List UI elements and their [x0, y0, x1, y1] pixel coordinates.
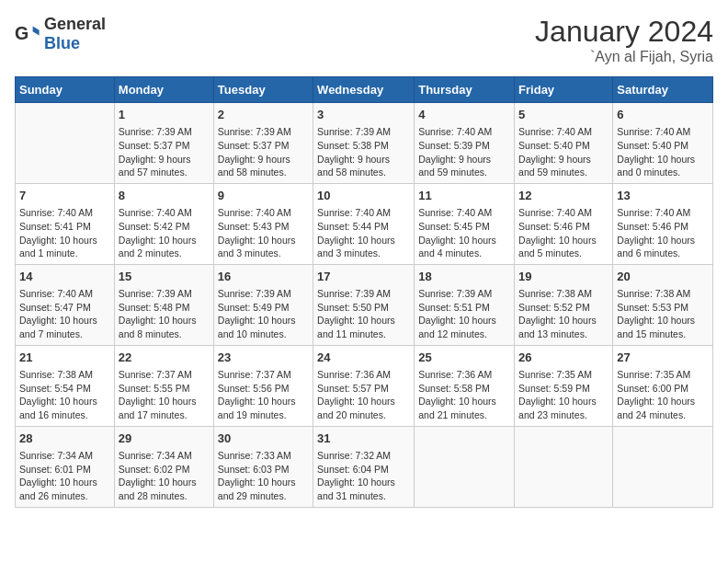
day-info: Sunset: 5:38 PM: [317, 139, 410, 153]
title-block: January 2024 `Ayn al Fijah, Syria: [535, 15, 713, 65]
day-info: Sunrise: 7:40 AM: [418, 125, 510, 139]
logo-general: General: [44, 15, 106, 33]
day-number: 24: [317, 350, 410, 366]
day-info: Sunset: 5:47 PM: [19, 301, 110, 315]
day-number: 2: [218, 107, 309, 123]
day-info: Daylight: 10 hours: [119, 395, 210, 408]
day-info: and 17 minutes.: [119, 408, 210, 422]
day-info: Daylight: 10 hours: [617, 314, 709, 327]
calendar-cell: [16, 103, 115, 184]
day-number: 27: [617, 350, 709, 366]
day-info: Sunrise: 7:40 AM: [518, 206, 609, 220]
day-info: and 59 minutes.: [518, 166, 609, 179]
day-info: Sunrise: 7:40 AM: [518, 125, 609, 139]
day-info: Sunset: 5:44 PM: [317, 220, 410, 234]
day-info: Sunset: 5:46 PM: [617, 220, 709, 234]
calendar-subtitle: `Ayn al Fijah, Syria: [535, 49, 713, 65]
day-number: 14: [19, 269, 110, 285]
calendar-week-row: 21Sunrise: 7:38 AMSunset: 5:54 PMDayligh…: [16, 345, 713, 426]
day-info: Sunrise: 7:40 AM: [617, 125, 709, 139]
day-info: Sunrise: 7:38 AM: [518, 287, 609, 301]
calendar-cell: 5Sunrise: 7:40 AMSunset: 5:40 PMDaylight…: [515, 103, 613, 184]
day-info: Sunset: 5:56 PM: [218, 382, 309, 396]
day-info: Sunrise: 7:40 AM: [19, 206, 110, 220]
day-info: Sunset: 6:02 PM: [119, 463, 210, 477]
calendar-cell: 3Sunrise: 7:39 AMSunset: 5:38 PMDaylight…: [313, 103, 415, 184]
day-number: 10: [317, 188, 410, 204]
day-info: and 28 minutes.: [119, 489, 210, 503]
day-info: and 10 minutes.: [218, 327, 309, 341]
day-info: Sunrise: 7:36 AM: [317, 368, 410, 382]
day-info: and 26 minutes.: [19, 489, 110, 503]
day-info: and 12 minutes.: [418, 327, 510, 341]
day-info: Sunset: 6:04 PM: [317, 463, 410, 477]
day-info: and 31 minutes.: [317, 489, 410, 503]
day-info: Sunset: 5:45 PM: [418, 220, 510, 234]
day-info: Sunrise: 7:40 AM: [418, 206, 510, 220]
day-info: and 1 minute.: [19, 247, 110, 260]
calendar-cell: 11Sunrise: 7:40 AMSunset: 5:45 PMDayligh…: [415, 183, 515, 264]
day-info: and 3 minutes.: [218, 247, 309, 260]
calendar-cell: 23Sunrise: 7:37 AMSunset: 5:56 PMDayligh…: [213, 345, 313, 426]
calendar-cell: [415, 426, 515, 507]
day-info: Sunrise: 7:39 AM: [218, 125, 309, 139]
calendar-cell: 29Sunrise: 7:34 AMSunset: 6:02 PMDayligh…: [114, 426, 213, 507]
day-info: Sunset: 5:57 PM: [317, 382, 410, 396]
day-number: 1: [119, 107, 210, 123]
day-info: and 7 minutes.: [19, 327, 110, 341]
calendar-week-row: 7Sunrise: 7:40 AMSunset: 5:41 PMDaylight…: [16, 183, 713, 264]
day-info: and 59 minutes.: [418, 166, 510, 179]
day-info: Daylight: 10 hours: [218, 395, 309, 408]
col-wednesday: Wednesday: [313, 77, 415, 103]
day-number: 9: [218, 188, 309, 204]
day-info: and 3 minutes.: [317, 247, 410, 260]
day-info: Sunrise: 7:35 AM: [518, 368, 609, 382]
calendar-cell: 31Sunrise: 7:32 AMSunset: 6:04 PMDayligh…: [313, 426, 415, 507]
calendar-cell: 14Sunrise: 7:40 AMSunset: 5:47 PMDayligh…: [16, 264, 115, 345]
day-info: Daylight: 10 hours: [317, 476, 410, 489]
calendar-cell: 22Sunrise: 7:37 AMSunset: 5:55 PMDayligh…: [114, 345, 213, 426]
day-info: Sunrise: 7:40 AM: [617, 206, 709, 220]
day-info: Daylight: 9 hours: [317, 153, 410, 167]
day-info: and 2 minutes.: [119, 247, 210, 260]
calendar-cell: [515, 426, 613, 507]
day-info: and 13 minutes.: [518, 327, 609, 341]
day-info: Daylight: 10 hours: [119, 476, 210, 489]
day-info: Sunrise: 7:40 AM: [19, 287, 110, 301]
day-number: 11: [418, 188, 510, 204]
col-thursday: Thursday: [415, 77, 515, 103]
day-info: and 19 minutes.: [218, 408, 309, 422]
day-info: Sunrise: 7:35 AM: [617, 368, 709, 382]
day-info: and 57 minutes.: [119, 166, 210, 179]
day-info: Daylight: 10 hours: [617, 234, 709, 247]
day-info: Sunset: 5:41 PM: [19, 220, 110, 234]
day-info: Daylight: 10 hours: [617, 153, 709, 167]
day-info: and 21 minutes.: [418, 408, 510, 422]
day-number: 8: [119, 188, 210, 204]
col-sunday: Sunday: [16, 77, 115, 103]
day-info: Sunset: 5:59 PM: [518, 382, 609, 396]
calendar-cell: 4Sunrise: 7:40 AMSunset: 5:39 PMDaylight…: [415, 103, 515, 184]
day-info: Daylight: 9 hours: [518, 153, 609, 167]
day-info: Sunset: 6:00 PM: [617, 382, 709, 396]
page-header: G General Blue January 2024 `Ayn al Fija…: [15, 15, 713, 65]
calendar-cell: 6Sunrise: 7:40 AMSunset: 5:40 PMDaylight…: [613, 103, 713, 184]
calendar-cell: 17Sunrise: 7:39 AMSunset: 5:50 PMDayligh…: [313, 264, 415, 345]
calendar-title: January 2024: [535, 15, 713, 49]
day-number: 13: [617, 188, 709, 204]
day-info: Sunrise: 7:39 AM: [418, 287, 510, 301]
day-number: 16: [218, 269, 309, 285]
logo-icon: G: [15, 21, 40, 47]
day-number: 25: [418, 350, 510, 366]
day-info: Daylight: 10 hours: [518, 234, 609, 247]
day-info: Sunrise: 7:40 AM: [317, 206, 410, 220]
calendar-cell: 8Sunrise: 7:40 AMSunset: 5:42 PMDaylight…: [114, 183, 213, 264]
calendar-cell: 10Sunrise: 7:40 AMSunset: 5:44 PMDayligh…: [313, 183, 415, 264]
day-info: Sunset: 5:39 PM: [418, 139, 510, 153]
logo: G General Blue: [15, 15, 106, 53]
day-number: 30: [218, 431, 309, 447]
day-number: 17: [317, 269, 410, 285]
svg-marker-1: [33, 27, 40, 36]
day-info: Daylight: 10 hours: [518, 395, 609, 408]
day-info: Sunrise: 7:37 AM: [218, 368, 309, 382]
